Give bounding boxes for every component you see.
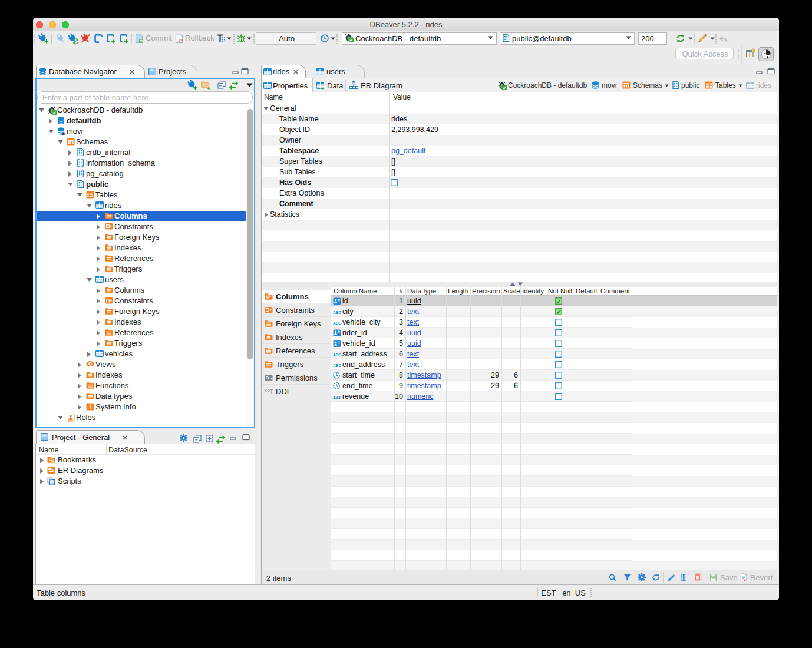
svg-text:ABC: ABC bbox=[333, 353, 341, 357]
svg-text:ABC: ABC bbox=[333, 363, 341, 368]
svg-text:ABC: ABC bbox=[333, 321, 341, 325]
svg-text:123: 123 bbox=[333, 395, 341, 400]
svg-text:ABC: ABC bbox=[333, 310, 341, 315]
